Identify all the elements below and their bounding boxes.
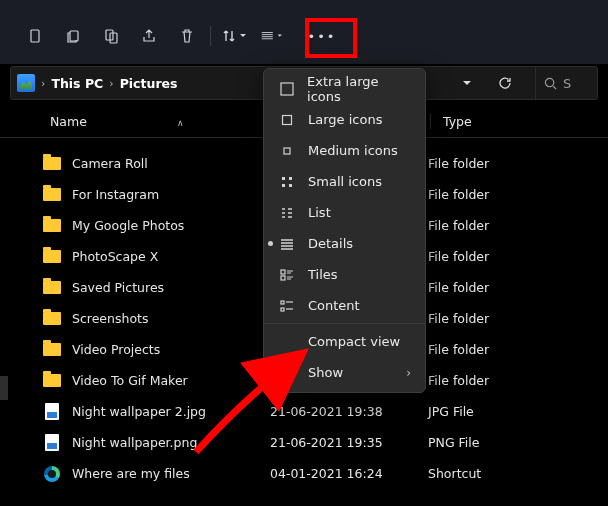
menu-show[interactable]: Show› (264, 357, 425, 388)
md-icon (278, 144, 296, 158)
file-row[interactable]: Night wallpaper.png 21-06-2021 19:35 PNG… (0, 427, 608, 458)
refresh-button[interactable] (489, 76, 521, 90)
file-type: File folder (428, 311, 608, 326)
menu-item-large-icons[interactable]: Large icons (264, 104, 425, 135)
selected-indicator (268, 241, 273, 246)
svg-rect-9 (289, 177, 292, 180)
file-type: JPG File (428, 404, 608, 419)
file-name: Video To Gif Maker (72, 373, 270, 388)
header-name[interactable]: Name∧ (0, 114, 270, 129)
file-type: File folder (428, 249, 608, 264)
folder-icon (43, 219, 61, 232)
file-type: Shortcut (428, 466, 608, 481)
pictures-icon (17, 74, 35, 92)
folder-icon (43, 312, 61, 325)
file-row[interactable]: Night wallpaper 2.jpg 21-06-2021 19:38 J… (0, 396, 608, 427)
file-type: File folder (428, 373, 608, 388)
file-name: Saved Pictures (72, 280, 270, 295)
paste-button[interactable] (94, 22, 128, 50)
breadcrumb-root[interactable]: This PC (51, 76, 103, 91)
svg-rect-12 (281, 270, 285, 274)
address-dropdown[interactable] (451, 78, 483, 88)
menu-item-label: List (308, 205, 331, 220)
list-lines-icon (261, 29, 273, 43)
xl-icon (278, 82, 295, 96)
svg-rect-15 (281, 308, 284, 311)
menu-item-label: Tiles (308, 267, 338, 282)
header-type[interactable]: Type (430, 114, 608, 129)
details-icon (278, 237, 296, 251)
search-icon (544, 77, 557, 90)
chevron-right-icon: › (109, 77, 113, 90)
menu-item-details[interactable]: Details (264, 228, 425, 259)
folder-icon (43, 374, 61, 387)
menu-item-label: Large icons (308, 112, 382, 127)
lg-icon (278, 113, 296, 127)
delete-button[interactable] (170, 22, 204, 50)
content-icon (278, 299, 296, 313)
svg-rect-6 (283, 115, 292, 124)
chevron-down-icon (239, 32, 247, 40)
new-button[interactable] (18, 22, 52, 50)
file-name: My Google Photos (72, 218, 270, 233)
toolbar: ••• (0, 0, 608, 64)
file-type: PNG File (428, 435, 608, 450)
breadcrumb-folder[interactable]: Pictures (120, 76, 178, 91)
menu-compact-view[interactable]: Compact view (264, 323, 425, 357)
file-name: Where are my files (72, 466, 270, 481)
menu-item-list[interactable]: List (264, 197, 425, 228)
view-layout-button[interactable] (255, 22, 289, 50)
folder-icon (43, 157, 61, 170)
share-button[interactable] (132, 22, 166, 50)
file-name: Screenshots (72, 311, 270, 326)
menu-item-label: Extra large icons (307, 74, 411, 104)
folder-icon (43, 250, 61, 263)
menu-item-label: Content (308, 298, 360, 313)
chevron-right-icon: › (41, 77, 45, 90)
file-type: File folder (428, 280, 608, 295)
menu-item-medium-icons[interactable]: Medium icons (264, 135, 425, 166)
file-name: PhotoScape X (72, 249, 270, 264)
file-modified: 21-06-2021 19:35 (270, 435, 428, 450)
file-row[interactable]: Where are my files 04-01-2021 16:24 Shor… (0, 458, 608, 489)
file-modified: 21-06-2021 19:38 (270, 404, 428, 419)
chevron-right-icon: › (406, 366, 411, 380)
sort-asc-icon: ∧ (177, 118, 184, 128)
search-placeholder: S (563, 76, 571, 91)
file-name: Night wallpaper 2.jpg (72, 404, 270, 419)
menu-item-extra-large-icons[interactable]: Extra large icons (264, 73, 425, 104)
menu-item-label: Small icons (308, 174, 382, 189)
file-type: File folder (428, 342, 608, 357)
menu-item-content[interactable]: Content (264, 290, 425, 321)
svg-rect-5 (281, 83, 293, 95)
svg-rect-8 (282, 177, 285, 180)
image-file-icon (45, 403, 59, 420)
list-icon (278, 206, 296, 220)
menu-item-label: Medium icons (308, 143, 398, 158)
folder-icon (43, 343, 61, 356)
svg-rect-0 (31, 30, 39, 42)
folder-icon (43, 188, 61, 201)
svg-rect-13 (281, 276, 285, 280)
copy-button[interactable] (56, 22, 90, 50)
tiles-icon (278, 268, 296, 282)
file-name: Video Projects (72, 342, 270, 357)
file-name: Night wallpaper.png (72, 435, 270, 450)
image-file-icon (45, 434, 59, 451)
file-name: Camera Roll (72, 156, 270, 171)
sm-icon (278, 175, 296, 189)
file-type: File folder (428, 187, 608, 202)
svg-rect-1 (70, 31, 78, 41)
toolbar-divider (210, 26, 211, 46)
sort-button[interactable] (217, 22, 251, 50)
search-input[interactable]: S (535, 66, 597, 100)
view-menu: Extra large iconsLarge iconsMedium icons… (263, 68, 426, 393)
menu-item-small-icons[interactable]: Small icons (264, 166, 425, 197)
more-button[interactable]: ••• (305, 22, 339, 50)
svg-rect-10 (282, 184, 285, 187)
file-type: File folder (428, 156, 608, 171)
nav-pane-edge (0, 376, 8, 400)
folder-icon (43, 281, 61, 294)
menu-item-tiles[interactable]: Tiles (264, 259, 425, 290)
svg-rect-7 (284, 148, 290, 154)
